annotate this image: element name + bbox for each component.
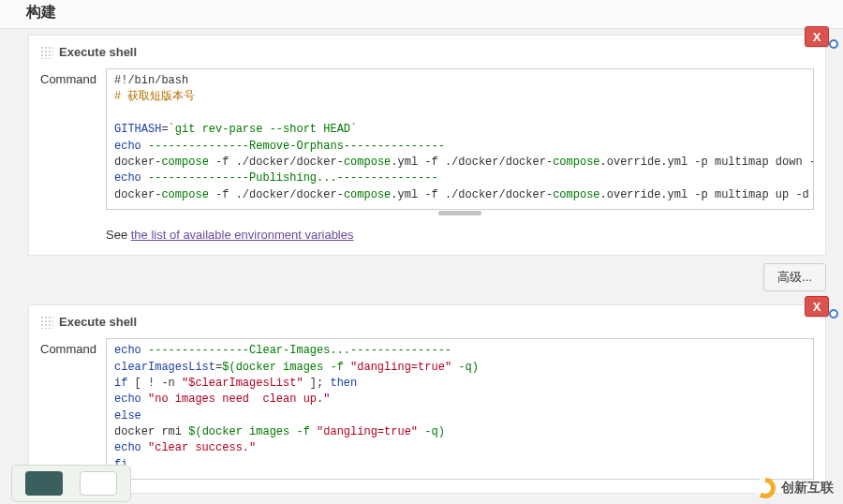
swirl-icon bbox=[755, 478, 776, 498]
build-step-1: X Execute shell Command #!/bin/bash # 获取… bbox=[28, 35, 826, 256]
brand-text: 创新互联 bbox=[781, 480, 834, 497]
step-radio-indicator[interactable] bbox=[829, 39, 838, 49]
helper-text: See the list of available environment va… bbox=[106, 228, 814, 242]
command-label: Command bbox=[40, 68, 106, 86]
floating-tab-b[interactable] bbox=[80, 471, 117, 496]
command-label: Command bbox=[40, 338, 106, 356]
step-title: Execute shell bbox=[59, 315, 137, 329]
drag-handle-icon[interactable] bbox=[40, 46, 53, 59]
brand-logo: 创新互联 bbox=[755, 478, 834, 498]
command-textarea-1[interactable]: #!/bin/bash # 获取短版本号 GITHASH=`git rev-pa… bbox=[106, 68, 814, 210]
step-title: Execute shell bbox=[59, 45, 137, 59]
section-title: 构建 bbox=[0, 0, 843, 29]
env-vars-link[interactable]: the list of available environment variab… bbox=[131, 228, 354, 242]
step-radio-indicator[interactable] bbox=[829, 309, 838, 319]
command-textarea-2[interactable]: echo ---------------Clear-Images...-----… bbox=[106, 338, 814, 480]
floating-tab-a[interactable] bbox=[25, 471, 63, 496]
build-step-2: X Execute shell Command echo -----------… bbox=[28, 304, 826, 494]
floating-panel bbox=[11, 465, 131, 502]
resize-grip-icon[interactable] bbox=[106, 209, 814, 216]
delete-step-button[interactable]: X bbox=[805, 26, 829, 47]
delete-step-button[interactable]: X bbox=[805, 296, 829, 317]
advanced-button[interactable]: 高级... bbox=[763, 263, 826, 291]
drag-handle-icon[interactable] bbox=[40, 316, 53, 329]
